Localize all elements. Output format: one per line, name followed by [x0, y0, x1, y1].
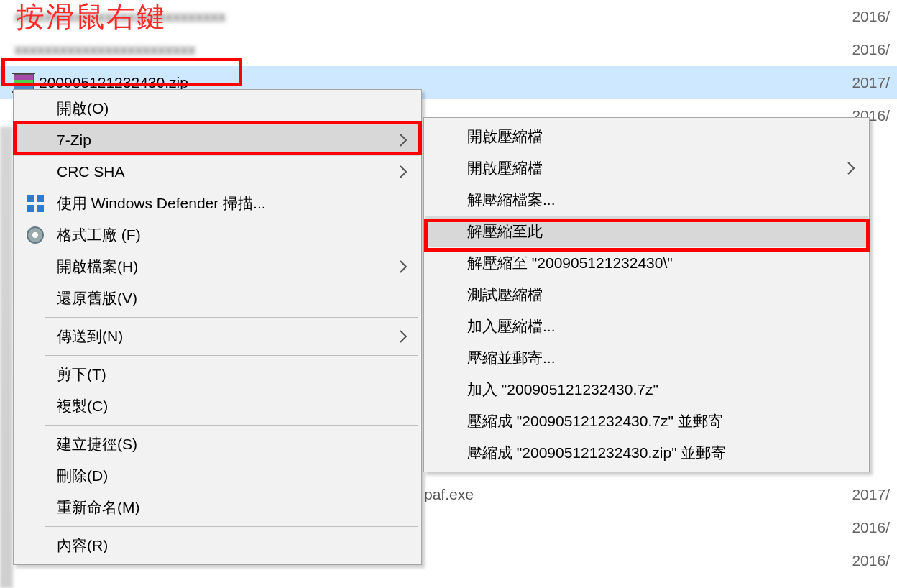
format-factory-icon — [25, 225, 45, 245]
menu-item-label: 複製(C) — [57, 396, 405, 416]
submenu-item-label: 壓縮成 "200905121232430.zip" 並郵寄 — [467, 443, 853, 463]
submenu-item-label: 加入 "200905121232430.7z" — [467, 380, 853, 400]
menu-item[interactable]: 開啟(O) — [15, 93, 420, 124]
submenu-arrow-icon — [400, 260, 407, 273]
file-row[interactable]: 2016/ — [0, 577, 897, 588]
menu-item[interactable]: 還原舊版(V) — [15, 282, 420, 314]
submenu-item[interactable]: 解壓縮至此 — [426, 216, 868, 247]
menu-item-label: 刪除(D) — [57, 466, 405, 486]
menu-item-label: 格式工廠 (F) — [57, 225, 405, 245]
windows-defender-icon — [25, 193, 45, 213]
svg-point-5 — [32, 232, 38, 238]
submenu-item[interactable]: 加入壓縮檔... — [426, 311, 868, 342]
submenu-item[interactable]: 解壓縮至 "200905121232430\" — [426, 247, 868, 279]
menu-separator — [45, 425, 418, 426]
menu-separator — [45, 317, 418, 318]
menu-item-label: 內容(R) — [57, 536, 405, 556]
file-date: 2017/ — [832, 486, 890, 503]
submenu-arrow-icon — [847, 162, 855, 175]
svg-rect-3 — [37, 205, 44, 212]
menu-item[interactable]: 格式工廠 (F) — [15, 219, 420, 251]
submenu-item-label: 測試壓縮檔 — [467, 285, 853, 305]
left-edge-blur — [0, 127, 13, 588]
menu-item[interactable]: 7-Zip — [15, 124, 420, 156]
file-date: 2016/ — [832, 585, 890, 588]
svg-rect-1 — [37, 195, 44, 202]
menu-item[interactable]: 複製(C) — [15, 390, 420, 422]
menu-item-label: 使用 Windows Defender 掃描... — [57, 193, 405, 213]
submenu-arrow-icon — [400, 134, 407, 147]
menu-item-label: 重新命名(M) — [57, 497, 405, 518]
menu-item-label: 剪下(T) — [57, 364, 405, 385]
submenu-item[interactable]: 壓縮成 "200905121232430.7z" 並郵寄 — [426, 405, 868, 437]
submenu-item-label: 解壓縮至此 — [467, 221, 853, 242]
menu-item[interactable]: CRC SHA — [15, 156, 420, 188]
submenu-item-label: 解壓縮至 "200905121232430\" — [467, 253, 853, 273]
menu-item[interactable]: 使用 Windows Defender 掃描... — [15, 188, 420, 219]
context-menu: 開啟(O)7-ZipCRC SHA使用 Windows Defender 掃描.… — [13, 89, 422, 565]
menu-item[interactable]: 傳送到(N) — [15, 321, 420, 352]
submenu-item-label: 加入壓縮檔... — [467, 316, 853, 336]
menu-item[interactable]: 刪除(D) — [15, 460, 420, 492]
menu-item[interactable]: 內容(R) — [15, 530, 420, 561]
svg-rect-0 — [27, 195, 34, 202]
menu-item-label: 傳送到(N) — [57, 326, 405, 346]
menu-item[interactable]: 開啟檔案(H) — [15, 251, 420, 282]
archive-icon — [14, 75, 33, 91]
submenu-item[interactable]: 解壓縮檔案... — [426, 184, 868, 216]
menu-item-label: 開啟檔案(H) — [57, 257, 405, 277]
file-row[interactable]: xxxxxxxxxxxxxxxxxxxxxxxx 2016/ — [0, 33, 897, 66]
submenu-item[interactable]: 壓縮並郵寄... — [426, 342, 868, 374]
submenu-arrow-icon — [400, 330, 407, 343]
menu-separator — [45, 355, 418, 356]
file-row[interactable]: xxxxxxxxxxxxxxxxxxxxxxxxxxxx 2016/ — [0, 0, 897, 33]
menu-item-label: 還原舊版(V) — [57, 288, 405, 308]
menu-item-label: CRC SHA — [57, 163, 405, 180]
file-date: 2017/ — [832, 74, 890, 91]
submenu-item-label: 壓縮成 "200905121232430.7z" 並郵寄 — [467, 411, 853, 431]
submenu-arrow-icon — [400, 165, 407, 178]
file-date: 2016/ — [832, 552, 890, 569]
menu-item-label: 7-Zip — [57, 132, 405, 149]
file-name: paf.exe — [424, 486, 474, 503]
menu-separator — [45, 526, 418, 527]
submenu-item[interactable]: 加入 "200905121232430.7z" — [426, 374, 868, 405]
menu-item[interactable]: 建立捷徑(S) — [15, 428, 420, 460]
menu-item-label: 開啟(O) — [57, 98, 405, 119]
submenu-item[interactable]: 開啟壓縮檔 — [426, 152, 868, 184]
file-name-blurred: xxxxxxxxxxxxxxxxxxxxxxxxxxxx — [14, 8, 832, 25]
submenu-item[interactable]: 開啟壓縮檔 — [426, 121, 868, 152]
file-date: 2016/ — [832, 8, 890, 25]
menu-item[interactable]: 重新命名(M) — [15, 492, 420, 523]
submenu-item-label: 開啟壓縮檔 — [467, 158, 853, 178]
submenu-item-label: 解壓縮檔案... — [467, 190, 853, 210]
file-date: 2016/ — [832, 519, 890, 536]
submenu-item-label: 壓縮並郵寄... — [467, 348, 853, 368]
submenu-item[interactable]: 測試壓縮檔 — [426, 279, 868, 311]
svg-rect-2 — [27, 205, 34, 212]
submenu-7zip: 開啟壓縮檔開啟壓縮檔解壓縮檔案...解壓縮至此解壓縮至 "20090512123… — [423, 117, 870, 472]
submenu-item-label: 開啟壓縮檔 — [467, 127, 853, 147]
menu-item[interactable]: 剪下(T) — [15, 359, 420, 390]
submenu-item[interactable]: 壓縮成 "200905121232430.zip" 並郵寄 — [426, 437, 868, 469]
file-date: 2016/ — [832, 41, 890, 58]
menu-item-label: 建立捷徑(S) — [57, 434, 405, 454]
file-name-blurred: xxxxxxxxxxxxxxxxxxxxxxxx — [14, 41, 832, 58]
